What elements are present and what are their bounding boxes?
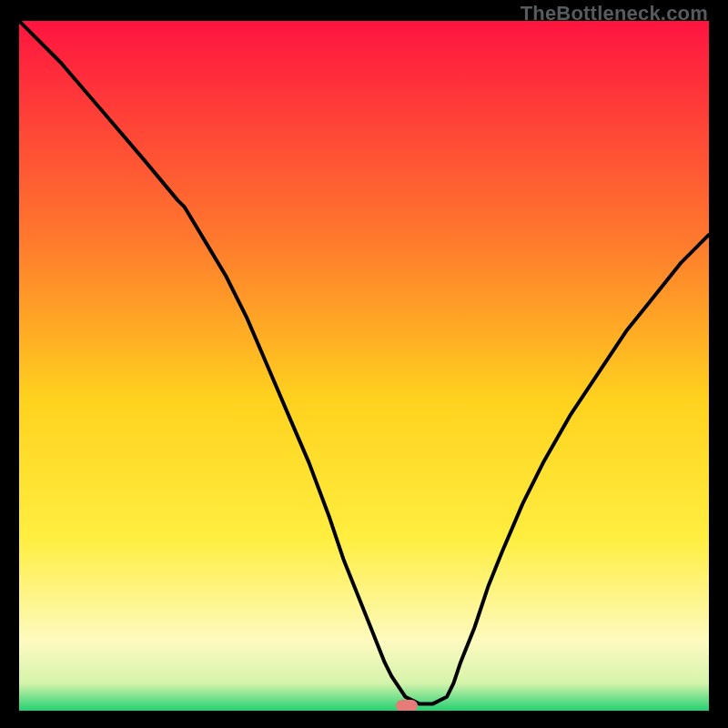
plot-area (19, 21, 709, 711)
watermark-text: TheBottleneck.com (521, 2, 708, 25)
optimum-marker (396, 700, 418, 711)
bottleneck-curve (19, 21, 709, 711)
